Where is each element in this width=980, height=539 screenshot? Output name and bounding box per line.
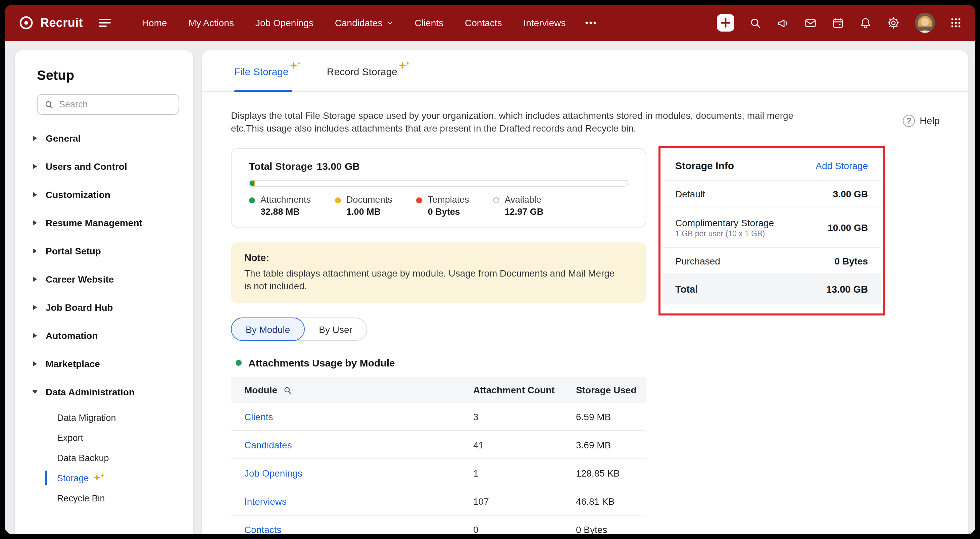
note-box: Note: The table displays attachment usag…: [231, 242, 646, 304]
note-body: The table displays attachment usage by m…: [244, 267, 624, 293]
sidebar-item-portal-setup[interactable]: Portal Setup: [15, 237, 193, 265]
nav-item-interviews[interactable]: Interviews: [513, 5, 577, 41]
search-icon[interactable]: [749, 16, 762, 29]
help-button[interactable]: ? Help: [903, 115, 940, 127]
storage-used-column-label: Storage Used: [576, 385, 646, 395]
setup-sidebar: Setup General Users and Control Customiz…: [15, 50, 193, 534]
sidebar-subitem-data-migration[interactable]: Data Migration: [15, 407, 193, 428]
storage-info-label-wrap: Purchased: [675, 255, 720, 266]
attachments-usage-title: Attachments Usage by Module: [235, 357, 968, 369]
sidebar-item-users-and-control[interactable]: Users and Control: [15, 153, 193, 181]
data-administration-submenu: Data MigrationExportData BackupStorage R…: [15, 407, 193, 508]
sidebar-subitem-data-backup[interactable]: Data Backup: [15, 448, 193, 468]
gear-icon[interactable]: [887, 16, 900, 30]
sidebar-item-marketplace[interactable]: Marketplace: [15, 350, 193, 378]
bell-icon[interactable]: [859, 16, 872, 29]
hamburger-menu-icon[interactable]: [99, 18, 111, 27]
module-link[interactable]: Contacts: [244, 524, 473, 534]
nav-item-label: Interviews: [523, 17, 566, 28]
announcement-icon[interactable]: [776, 16, 789, 29]
calendar-icon[interactable]: [832, 16, 845, 29]
sidebar-item-label: Customization: [46, 189, 110, 200]
nav-item-home[interactable]: Home: [131, 5, 178, 41]
toggle-by-user[interactable]: By User: [305, 318, 366, 340]
chevron-right-icon: [32, 276, 38, 283]
question-icon: ?: [903, 115, 915, 127]
legend-value: 0 Bytes: [428, 207, 469, 217]
nav-item-label: Home: [142, 17, 167, 28]
sidebar-subitem-export[interactable]: Export: [15, 428, 193, 448]
storage-info-label: Default: [675, 188, 705, 199]
sidebar-item-data-administration[interactable]: Data Administration: [15, 378, 193, 406]
module-column-label: Module: [244, 385, 277, 395]
storage-info-row-purchased: Purchased0 Bytes: [663, 248, 881, 275]
nav-item-job-openings[interactable]: Job Openings: [245, 5, 324, 41]
search-input[interactable]: [59, 99, 172, 110]
legend-item-available: Available12.97 GB: [493, 195, 544, 217]
attachment-count: 0: [473, 524, 576, 534]
nav-item-clients[interactable]: Clients: [404, 5, 454, 41]
sidebar-item-label: Marketplace: [46, 358, 100, 369]
storage-info-panel: Storage Info Add Storage Default3.00 GBC…: [663, 151, 881, 304]
chevron-right-icon: [32, 135, 38, 142]
table-row-candidates: Candidates413.69 MB: [231, 431, 646, 459]
module-link[interactable]: Interviews: [244, 496, 473, 506]
tab-file-storage[interactable]: File Storage: [234, 50, 301, 92]
add-button[interactable]: [717, 14, 734, 32]
total-storage-title: Total Storage 13.00 GB: [249, 161, 628, 172]
green-dot-icon: [235, 360, 242, 366]
add-storage-link[interactable]: Add Storage: [816, 160, 868, 171]
legend-label: Attachments: [261, 195, 311, 205]
tab-record-storage[interactable]: Record Storage: [327, 50, 410, 92]
toggle-by-module[interactable]: By Module: [231, 318, 305, 341]
search-icon[interactable]: [283, 386, 292, 394]
table-body: Clients36.59 MBCandidates413.69 MBJob Op…: [231, 403, 646, 534]
primary-nav-links: HomeMy ActionsJob OpeningsCandidates Cli…: [131, 5, 577, 41]
nav-more-button[interactable]: [577, 5, 605, 41]
sidebar-item-general[interactable]: General: [15, 124, 193, 153]
sidebar-subitem-label: Recycle Bin: [57, 493, 105, 503]
storage-info-sublabel: 1 GB per user (10 x 1 GB): [675, 229, 774, 237]
sidebar-subitem-recycle-bin[interactable]: Recycle Bin: [15, 488, 193, 508]
sidebar-title: Setup: [37, 68, 193, 83]
attachments-usage-table: Module Attachment Count Storage Used Cli…: [231, 377, 646, 534]
sidebar-item-customization[interactable]: Customization: [15, 181, 193, 209]
legend-label: Templates: [428, 195, 469, 205]
chevron-right-icon: [32, 361, 38, 367]
storage-info-value: 13.00 GB: [826, 284, 868, 295]
nav-utility-cluster: [717, 13, 962, 33]
legend-item-attachments: Attachments32.88 MB: [249, 195, 311, 217]
avatar[interactable]: [915, 13, 935, 33]
legend-label: Available: [505, 195, 544, 205]
progress-segment-attachments: [250, 181, 253, 186]
setup-menu: General Users and Control Customization …: [15, 124, 193, 406]
brand[interactable]: Recruit: [18, 15, 83, 31]
storage-legend: Attachments32.88 MBDocuments1.00 MBTempl…: [249, 195, 628, 217]
search-icon: [44, 100, 54, 109]
sidebar-search[interactable]: [37, 94, 179, 115]
sidebar-item-resume-management[interactable]: Resume Management: [15, 209, 193, 237]
table-row-contacts: Contacts00 Bytes: [231, 515, 646, 534]
sidebar-item-label: General: [46, 133, 81, 144]
module-link[interactable]: Job Openings: [244, 467, 473, 478]
nav-item-my-actions[interactable]: My Actions: [178, 5, 245, 41]
legend-label: Documents: [346, 195, 392, 205]
nav-item-candidates[interactable]: Candidates: [324, 5, 404, 41]
storage-tabs: File Storage Record Storage: [202, 50, 968, 92]
sidebar-item-career-website[interactable]: Career Website: [15, 265, 193, 293]
storage-info-label-wrap: Complimentary Storage1 GB per user (10 x…: [675, 217, 774, 237]
nav-item-contacts[interactable]: Contacts: [454, 5, 513, 41]
storage-info-row-total: Total13.00 GB: [663, 275, 881, 304]
progress-segment-documents: [253, 181, 255, 186]
sidebar-item-job-board-hub[interactable]: Job Board Hub: [15, 293, 193, 321]
total-storage-card: Total Storage 13.00 GB Attachments32.88 …: [231, 148, 646, 227]
module-link[interactable]: Candidates: [244, 439, 473, 450]
legend-dot-icon: [493, 197, 500, 204]
sidebar-item-automation[interactable]: Automation: [15, 321, 193, 350]
mail-icon[interactable]: [804, 16, 817, 29]
module-link[interactable]: Clients: [244, 411, 473, 422]
app-launcher-icon[interactable]: [950, 17, 962, 29]
sidebar-item-label: Data Administration: [46, 386, 135, 397]
sidebar-subitem-storage[interactable]: Storage: [15, 468, 193, 488]
recruit-logo-icon: [18, 15, 34, 31]
